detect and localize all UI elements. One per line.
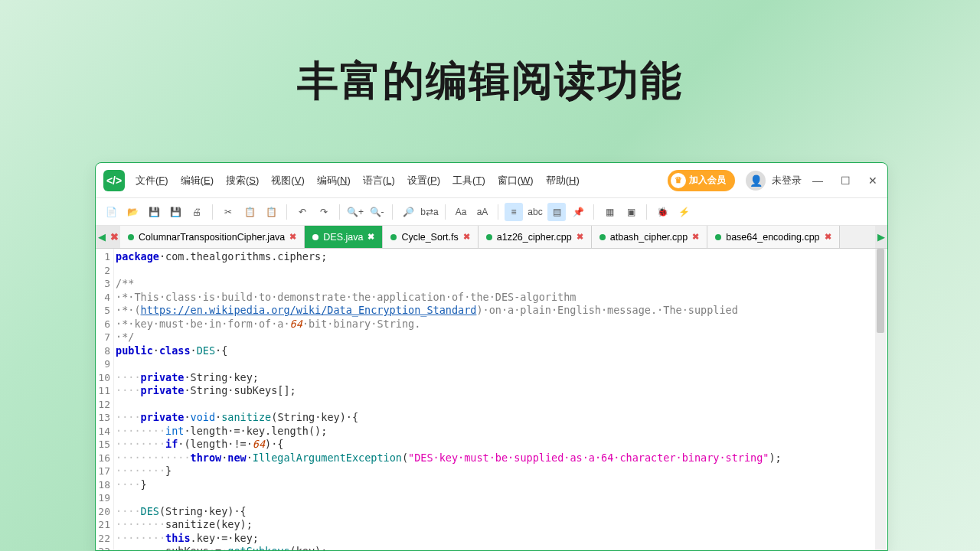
tab-close-icon[interactable]: ✖	[368, 232, 374, 242]
app-window: </> 文件(F)编辑(E)搜索(S)视图(V)编码(N)语言(L)设置(P)工…	[95, 162, 888, 551]
tab-close-first[interactable]: ✖	[108, 226, 120, 248]
code-area[interactable]: package·com.thealgorithms.ciphers; /** ·…	[114, 249, 887, 550]
login-status: 未登录	[772, 174, 802, 187]
menu-w[interactable]: 窗口(W)	[498, 174, 534, 187]
copy-icon[interactable]: 📋	[240, 203, 259, 221]
tab-label: base64_encoding.cpp	[726, 232, 819, 243]
menu-n[interactable]: 编码(N)	[317, 174, 351, 187]
tab-close-icon[interactable]: ✖	[289, 232, 296, 242]
case-icon[interactable]: Aa	[452, 203, 470, 221]
tab-2[interactable]: Cycle_Sort.fs✖	[383, 226, 478, 248]
menu-s[interactable]: 搜索(S)	[226, 174, 259, 187]
maximize-button[interactable]: ☐	[838, 174, 852, 187]
tab-dot-icon	[390, 234, 397, 240]
grid-icon[interactable]: ▦	[600, 203, 619, 221]
indent-guide-icon[interactable]: ▤	[547, 203, 566, 221]
tab-4[interactable]: atbash_cipher.cpp✖	[592, 226, 707, 248]
menu-f[interactable]: 文件(F)	[136, 174, 168, 187]
menu-t[interactable]: 工具(T)	[452, 174, 485, 187]
tab-label: atbash_cipher.cpp	[610, 232, 688, 243]
tab-label: ColumnarTranspositionCipher.java	[139, 232, 285, 243]
save-all-icon[interactable]: 💾	[166, 203, 185, 221]
tab-label: DES.java	[323, 232, 363, 243]
tab-0[interactable]: ColumnarTranspositionCipher.java✖	[120, 226, 305, 248]
tab-5[interactable]: base64_encoding.cpp✖	[707, 226, 839, 248]
line-number-icon[interactable]: ≡	[505, 203, 523, 221]
menu-bar: 文件(F)编辑(E)搜索(S)视图(V)编码(N)语言(L)设置(P)工具(T)…	[136, 174, 580, 187]
tab-close-icon[interactable]: ✖	[463, 232, 470, 242]
toolbar: 📄📂💾💾🖨✂📋📋↶↷🔍+🔍-🔎b⇄aAaaA≡abc▤📌▦▣🐞⚡	[96, 198, 887, 226]
tab-3[interactable]: a1z26_cipher.cpp✖	[479, 226, 592, 248]
zoom-in-icon[interactable]: 🔍+	[346, 203, 364, 221]
tab-bar: ◀ ✖ ColumnarTranspositionCipher.java✖DES…	[96, 226, 887, 249]
tab-dot-icon	[715, 234, 721, 240]
crown-icon: ♛	[671, 173, 686, 188]
tab-scroll-right[interactable]: ▶	[875, 226, 887, 248]
page-title: 丰富的编辑阅读功能	[0, 0, 980, 109]
tab-close-icon[interactable]: ✖	[577, 232, 583, 242]
undo-icon[interactable]: ↶	[293, 203, 312, 221]
upper-icon[interactable]: aA	[473, 203, 492, 221]
find-icon[interactable]: 🔎	[399, 203, 417, 221]
code-editor[interactable]: 1 2 3 4 5 6 7 8 9 10 11 12 13 14 15 16 1…	[96, 249, 887, 550]
zoom-out-icon[interactable]: 🔍-	[368, 203, 386, 221]
tab-dot-icon	[599, 234, 606, 240]
tab-label: a1z26_cipher.cpp	[497, 232, 572, 243]
replace-icon[interactable]: b⇄a	[420, 203, 439, 221]
cut-icon[interactable]: ✂	[219, 203, 237, 221]
tab-dot-icon	[128, 234, 134, 240]
menu-v[interactable]: 视图(V)	[271, 174, 304, 187]
tab-close-icon[interactable]: ✖	[692, 232, 699, 242]
save-icon[interactable]: 💾	[145, 203, 163, 221]
open-file-icon[interactable]: 📂	[123, 203, 142, 221]
paste-icon[interactable]: 📋	[262, 203, 280, 221]
tab-scroll-left[interactable]: ◀	[96, 226, 108, 248]
user-area[interactable]: 👤 未登录	[746, 171, 802, 191]
tab-1[interactable]: DES.java✖	[305, 226, 383, 248]
new-file-icon[interactable]: 📄	[102, 203, 120, 221]
vertical-scrollbar[interactable]	[875, 249, 886, 550]
close-button[interactable]: ✕	[866, 174, 880, 187]
menu-e[interactable]: 编辑(E)	[181, 174, 214, 187]
app-logo-icon: </>	[103, 170, 125, 191]
menu-l[interactable]: 语言(L)	[363, 174, 395, 187]
tab-dot-icon	[312, 234, 318, 240]
minimize-button[interactable]: —	[811, 174, 825, 187]
tab-close-icon[interactable]: ✖	[825, 232, 831, 242]
tab-dot-icon	[486, 234, 492, 240]
terminal-icon[interactable]: ▣	[622, 203, 640, 221]
redo-icon[interactable]: ↷	[315, 203, 333, 221]
wrap-icon[interactable]: abc	[526, 203, 544, 221]
pin-icon[interactable]: 📌	[569, 203, 587, 221]
menu-p[interactable]: 设置(P)	[407, 174, 440, 187]
tab-label: Cycle_Sort.fs	[401, 232, 458, 243]
avatar-icon: 👤	[746, 171, 766, 191]
scroll-thumb[interactable]	[877, 249, 884, 333]
menu-h[interactable]: 帮助(H)	[546, 174, 580, 187]
run-icon[interactable]: ⚡	[675, 203, 693, 221]
vip-button[interactable]: ♛ 加入会员	[668, 170, 735, 191]
titlebar: </> 文件(F)编辑(E)搜索(S)视图(V)编码(N)语言(L)设置(P)工…	[96, 163, 887, 198]
vip-label: 加入会员	[689, 174, 726, 187]
debug-icon[interactable]: 🐞	[653, 203, 671, 221]
line-gutter: 1 2 3 4 5 6 7 8 9 10 11 12 13 14 15 16 1…	[96, 249, 114, 550]
print-icon[interactable]: 🖨	[188, 203, 206, 221]
